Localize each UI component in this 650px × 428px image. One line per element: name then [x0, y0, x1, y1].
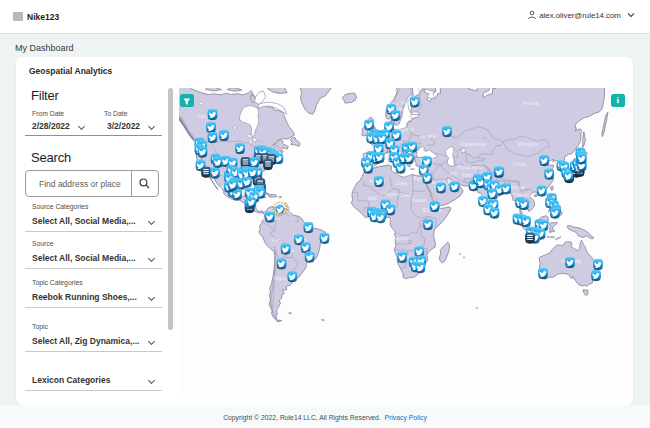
svg-text:Chad: Chad	[399, 192, 411, 198]
svg-text:Mali: Mali	[367, 195, 376, 201]
svg-text:Iran: Iran	[449, 170, 458, 176]
svg-text:Angola: Angola	[392, 235, 408, 241]
svg-text:Sudan: Sudan	[411, 197, 426, 203]
svg-text:Niger: Niger	[385, 191, 397, 197]
svg-text:Peru: Peru	[271, 237, 282, 243]
svg-text:China: China	[512, 161, 525, 167]
svg-text:Afghanistan: Afghanistan	[456, 164, 483, 170]
svg-text:Kazakhstan: Kazakhstan	[460, 141, 486, 147]
svg-text:Ukraine: Ukraine	[419, 133, 436, 139]
svg-text:Russia: Russia	[523, 100, 539, 106]
svg-text:Mongolia: Mongolia	[517, 141, 538, 147]
svg-text:Libya: Libya	[395, 180, 407, 186]
